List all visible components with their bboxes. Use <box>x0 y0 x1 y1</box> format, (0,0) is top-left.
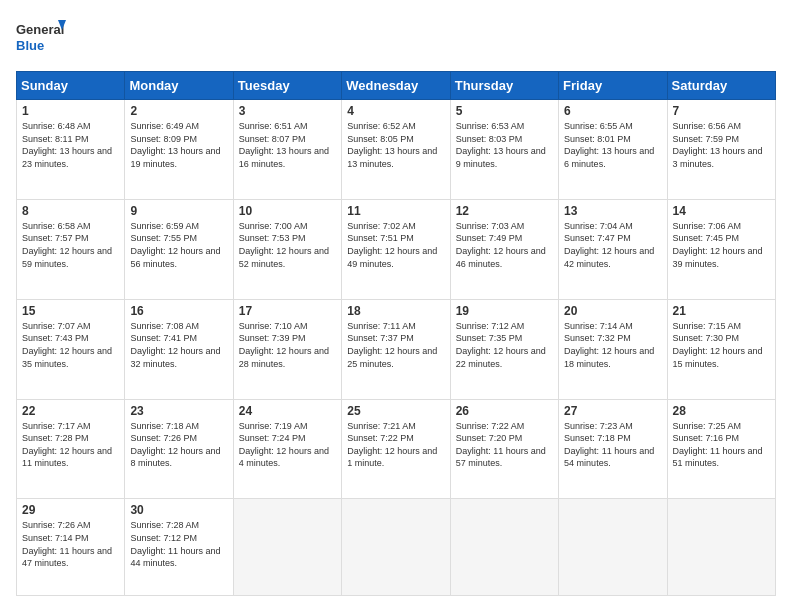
day-info: Sunrise: 6:59 AM Sunset: 7:55 PM Dayligh… <box>130 220 227 270</box>
table-row: 15Sunrise: 7:07 AM Sunset: 7:43 PM Dayli… <box>17 299 125 399</box>
day-number: 3 <box>239 104 336 118</box>
day-info: Sunrise: 7:02 AM Sunset: 7:51 PM Dayligh… <box>347 220 444 270</box>
day-info: Sunrise: 6:58 AM Sunset: 7:57 PM Dayligh… <box>22 220 119 270</box>
day-number: 30 <box>130 503 227 517</box>
table-row: 14Sunrise: 7:06 AM Sunset: 7:45 PM Dayli… <box>667 199 775 299</box>
table-row: 29Sunrise: 7:26 AM Sunset: 7:14 PM Dayli… <box>17 499 125 596</box>
day-number: 16 <box>130 304 227 318</box>
day-info: Sunrise: 7:07 AM Sunset: 7:43 PM Dayligh… <box>22 320 119 370</box>
day-info: Sunrise: 6:48 AM Sunset: 8:11 PM Dayligh… <box>22 120 119 170</box>
day-info: Sunrise: 7:06 AM Sunset: 7:45 PM Dayligh… <box>673 220 770 270</box>
day-info: Sunrise: 7:25 AM Sunset: 7:16 PM Dayligh… <box>673 420 770 470</box>
table-row: 23Sunrise: 7:18 AM Sunset: 7:26 PM Dayli… <box>125 399 233 499</box>
day-header-thursday: Thursday <box>450 72 558 100</box>
day-header-wednesday: Wednesday <box>342 72 450 100</box>
day-number: 14 <box>673 204 770 218</box>
day-info: Sunrise: 7:19 AM Sunset: 7:24 PM Dayligh… <box>239 420 336 470</box>
day-number: 9 <box>130 204 227 218</box>
table-row <box>559 499 667 596</box>
table-row: 4Sunrise: 6:52 AM Sunset: 8:05 PM Daylig… <box>342 100 450 200</box>
day-info: Sunrise: 7:03 AM Sunset: 7:49 PM Dayligh… <box>456 220 553 270</box>
table-row: 22Sunrise: 7:17 AM Sunset: 7:28 PM Dayli… <box>17 399 125 499</box>
table-row: 5Sunrise: 6:53 AM Sunset: 8:03 PM Daylig… <box>450 100 558 200</box>
day-info: Sunrise: 7:23 AM Sunset: 7:18 PM Dayligh… <box>564 420 661 470</box>
day-number: 23 <box>130 404 227 418</box>
table-row: 9Sunrise: 6:59 AM Sunset: 7:55 PM Daylig… <box>125 199 233 299</box>
day-number: 18 <box>347 304 444 318</box>
table-row: 12Sunrise: 7:03 AM Sunset: 7:49 PM Dayli… <box>450 199 558 299</box>
day-info: Sunrise: 7:10 AM Sunset: 7:39 PM Dayligh… <box>239 320 336 370</box>
day-number: 21 <box>673 304 770 318</box>
table-row: 20Sunrise: 7:14 AM Sunset: 7:32 PM Dayli… <box>559 299 667 399</box>
table-row: 18Sunrise: 7:11 AM Sunset: 7:37 PM Dayli… <box>342 299 450 399</box>
day-info: Sunrise: 7:12 AM Sunset: 7:35 PM Dayligh… <box>456 320 553 370</box>
table-row: 7Sunrise: 6:56 AM Sunset: 7:59 PM Daylig… <box>667 100 775 200</box>
day-number: 8 <box>22 204 119 218</box>
day-number: 12 <box>456 204 553 218</box>
logo-svg: General Blue <box>16 16 66 61</box>
table-row: 16Sunrise: 7:08 AM Sunset: 7:41 PM Dayli… <box>125 299 233 399</box>
day-number: 25 <box>347 404 444 418</box>
table-row: 10Sunrise: 7:00 AM Sunset: 7:53 PM Dayli… <box>233 199 341 299</box>
table-row: 27Sunrise: 7:23 AM Sunset: 7:18 PM Dayli… <box>559 399 667 499</box>
day-info: Sunrise: 6:55 AM Sunset: 8:01 PM Dayligh… <box>564 120 661 170</box>
table-row: 8Sunrise: 6:58 AM Sunset: 7:57 PM Daylig… <box>17 199 125 299</box>
day-number: 19 <box>456 304 553 318</box>
day-info: Sunrise: 6:53 AM Sunset: 8:03 PM Dayligh… <box>456 120 553 170</box>
table-row <box>667 499 775 596</box>
day-info: Sunrise: 7:08 AM Sunset: 7:41 PM Dayligh… <box>130 320 227 370</box>
day-header-sunday: Sunday <box>17 72 125 100</box>
table-row <box>450 499 558 596</box>
day-info: Sunrise: 7:00 AM Sunset: 7:53 PM Dayligh… <box>239 220 336 270</box>
table-row: 1Sunrise: 6:48 AM Sunset: 8:11 PM Daylig… <box>17 100 125 200</box>
day-number: 28 <box>673 404 770 418</box>
day-info: Sunrise: 7:28 AM Sunset: 7:12 PM Dayligh… <box>130 519 227 569</box>
day-info: Sunrise: 6:49 AM Sunset: 8:09 PM Dayligh… <box>130 120 227 170</box>
day-number: 6 <box>564 104 661 118</box>
day-header-saturday: Saturday <box>667 72 775 100</box>
day-number: 20 <box>564 304 661 318</box>
day-header-tuesday: Tuesday <box>233 72 341 100</box>
calendar: SundayMondayTuesdayWednesdayThursdayFrid… <box>16 71 776 596</box>
day-info: Sunrise: 7:15 AM Sunset: 7:30 PM Dayligh… <box>673 320 770 370</box>
table-row: 13Sunrise: 7:04 AM Sunset: 7:47 PM Dayli… <box>559 199 667 299</box>
day-header-monday: Monday <box>125 72 233 100</box>
day-info: Sunrise: 7:14 AM Sunset: 7:32 PM Dayligh… <box>564 320 661 370</box>
day-info: Sunrise: 7:26 AM Sunset: 7:14 PM Dayligh… <box>22 519 119 569</box>
table-row: 2Sunrise: 6:49 AM Sunset: 8:09 PM Daylig… <box>125 100 233 200</box>
table-row: 19Sunrise: 7:12 AM Sunset: 7:35 PM Dayli… <box>450 299 558 399</box>
table-row: 6Sunrise: 6:55 AM Sunset: 8:01 PM Daylig… <box>559 100 667 200</box>
table-row <box>233 499 341 596</box>
table-row: 17Sunrise: 7:10 AM Sunset: 7:39 PM Dayli… <box>233 299 341 399</box>
logo: General Blue <box>16 16 66 61</box>
day-number: 24 <box>239 404 336 418</box>
day-info: Sunrise: 7:11 AM Sunset: 7:37 PM Dayligh… <box>347 320 444 370</box>
table-row: 11Sunrise: 7:02 AM Sunset: 7:51 PM Dayli… <box>342 199 450 299</box>
table-row: 25Sunrise: 7:21 AM Sunset: 7:22 PM Dayli… <box>342 399 450 499</box>
day-number: 13 <box>564 204 661 218</box>
day-number: 5 <box>456 104 553 118</box>
day-info: Sunrise: 7:17 AM Sunset: 7:28 PM Dayligh… <box>22 420 119 470</box>
day-number: 4 <box>347 104 444 118</box>
day-info: Sunrise: 7:21 AM Sunset: 7:22 PM Dayligh… <box>347 420 444 470</box>
day-number: 7 <box>673 104 770 118</box>
day-info: Sunrise: 6:56 AM Sunset: 7:59 PM Dayligh… <box>673 120 770 170</box>
table-row: 28Sunrise: 7:25 AM Sunset: 7:16 PM Dayli… <box>667 399 775 499</box>
table-row: 21Sunrise: 7:15 AM Sunset: 7:30 PM Dayli… <box>667 299 775 399</box>
day-number: 11 <box>347 204 444 218</box>
day-number: 27 <box>564 404 661 418</box>
svg-text:General: General <box>16 22 64 37</box>
table-row: 26Sunrise: 7:22 AM Sunset: 7:20 PM Dayli… <box>450 399 558 499</box>
day-info: Sunrise: 7:18 AM Sunset: 7:26 PM Dayligh… <box>130 420 227 470</box>
day-number: 15 <box>22 304 119 318</box>
table-row: 24Sunrise: 7:19 AM Sunset: 7:24 PM Dayli… <box>233 399 341 499</box>
day-info: Sunrise: 7:04 AM Sunset: 7:47 PM Dayligh… <box>564 220 661 270</box>
day-header-friday: Friday <box>559 72 667 100</box>
day-number: 1 <box>22 104 119 118</box>
day-info: Sunrise: 6:52 AM Sunset: 8:05 PM Dayligh… <box>347 120 444 170</box>
day-number: 22 <box>22 404 119 418</box>
day-info: Sunrise: 6:51 AM Sunset: 8:07 PM Dayligh… <box>239 120 336 170</box>
table-row: 3Sunrise: 6:51 AM Sunset: 8:07 PM Daylig… <box>233 100 341 200</box>
day-number: 10 <box>239 204 336 218</box>
svg-text:Blue: Blue <box>16 38 44 53</box>
